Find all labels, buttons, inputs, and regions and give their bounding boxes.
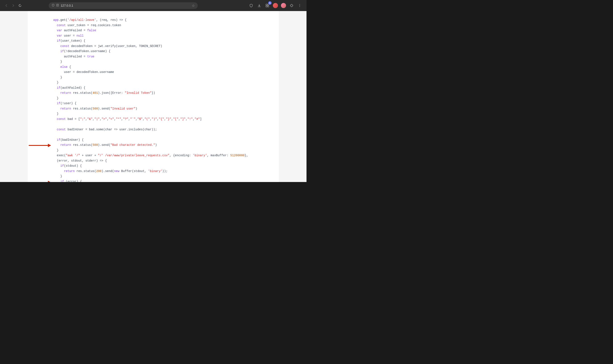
svg-point-11 (300, 6, 300, 7)
toolbar-right: 5 (248, 2, 303, 9)
menu-button[interactable] (296, 2, 303, 9)
refresh-button[interactable] (17, 2, 23, 9)
security-icon (52, 4, 54, 7)
profile-button-1[interactable] (272, 2, 279, 9)
forward-button[interactable] (10, 2, 16, 9)
avatar-1 (273, 3, 278, 8)
arrow-1 (28, 142, 51, 149)
puzzle-button[interactable] (288, 2, 295, 9)
profile-button-2[interactable] (280, 2, 287, 9)
extensions-wrapper: 5 (264, 2, 271, 9)
svg-rect-8 (268, 6, 269, 7)
download-button[interactable] (256, 2, 263, 9)
svg-rect-5 (266, 4, 267, 5)
url-text: 127.0.0.1 (61, 4, 190, 7)
code-display: app.get('/api/all-leave', (req, res) => … (28, 15, 279, 182)
arrow-2 (28, 179, 51, 182)
back-button[interactable] (3, 2, 9, 9)
browser-chrome: 127.0.0.1 ☆ (0, 0, 306, 11)
svg-rect-7 (266, 6, 267, 7)
svg-point-9 (300, 4, 300, 5)
nav-buttons (3, 2, 23, 9)
content-area: app.get('/api/all-leave', (req, res) => … (0, 11, 306, 182)
bookmark-button[interactable]: ☆ (192, 4, 195, 8)
shield-button[interactable] (248, 2, 255, 9)
page-content: app.get('/api/all-leave', (req, res) => … (28, 11, 279, 182)
address-bar[interactable]: 127.0.0.1 ☆ (49, 2, 198, 9)
svg-marker-13 (48, 144, 51, 147)
svg-point-10 (300, 5, 300, 6)
extensions-badge: 5 (268, 1, 272, 5)
svg-marker-15 (48, 181, 51, 182)
avatar-2 (281, 3, 286, 8)
page-icon (56, 4, 59, 7)
